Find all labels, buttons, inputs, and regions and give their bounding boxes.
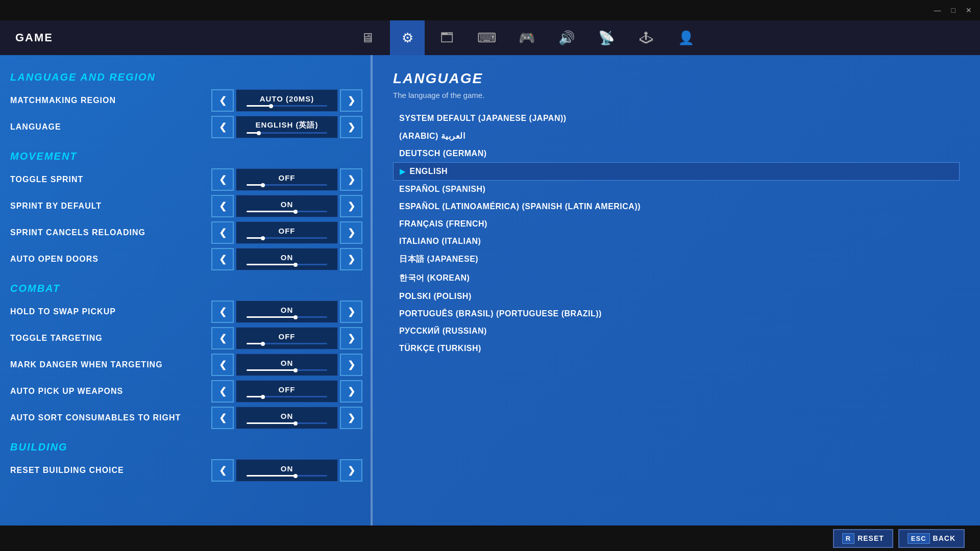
network-icon[interactable]: 📡 xyxy=(589,20,624,55)
gamepad2-icon[interactable]: 🕹 xyxy=(629,20,664,55)
language-item[interactable]: PORTUGUÊS (BRASIL) (PORTUGUESE (BRAZIL)) xyxy=(393,305,960,322)
ctrl-left-btn[interactable]: ❮ xyxy=(211,407,234,429)
settings-panel: LANGUAGE AND REGIONMATCHMAKING REGION❮AU… xyxy=(0,55,373,551)
ctrl-left-btn[interactable]: ❮ xyxy=(211,116,234,138)
language-item[interactable]: ▶ENGLISH xyxy=(393,162,960,181)
ctrl-slider-fill xyxy=(247,422,295,424)
ctrl-slider-track xyxy=(247,184,327,186)
bottom-bar: R RESET ESC BACK xyxy=(0,525,980,551)
language-item[interactable]: POLSKI (POLISH) xyxy=(393,288,960,305)
ctrl-right-btn[interactable]: ❯ xyxy=(340,300,362,323)
ctrl-right-btn[interactable]: ❯ xyxy=(340,168,362,191)
language-item[interactable]: ITALIANO (ITALIAN) xyxy=(393,233,960,250)
title-bar: — □ ✕ xyxy=(0,0,980,20)
language-item[interactable]: ESPAÑOL (SPANISH) xyxy=(393,181,960,198)
language-item-label: (ARABIC) العربية xyxy=(399,131,465,141)
nav-icons: 🖥⚙🗔⌨🎮🔊📡🕹👤 xyxy=(74,20,980,55)
ctrl-slider-track xyxy=(247,132,327,134)
ctrl-slider-track xyxy=(247,211,327,212)
setting-label: SPRINT BY DEFAULT xyxy=(10,202,211,211)
ctrl-value-box: OFF xyxy=(236,168,338,191)
ctrl-value-box: ON xyxy=(236,407,338,429)
ctrl-right-btn[interactable]: ❯ xyxy=(340,116,362,138)
ctrl-slider-fill xyxy=(247,396,263,397)
monitor-icon[interactable]: 🖥 xyxy=(350,20,385,55)
ctrl-value-text: ON xyxy=(281,253,293,262)
language-item[interactable]: РУССКИЙ (RUSSIAN) xyxy=(393,322,960,340)
ctrl-left-btn[interactable]: ❮ xyxy=(211,459,234,482)
setting-control: ❮OFF❯ xyxy=(211,380,362,403)
ctrl-left-btn[interactable]: ❮ xyxy=(211,380,234,403)
ctrl-right-btn[interactable]: ❯ xyxy=(340,380,362,403)
ctrl-right-btn[interactable]: ❯ xyxy=(340,195,362,217)
language-panel-subtitle: The language of the game. xyxy=(393,91,960,99)
ctrl-value-text: AUTO (20MS) xyxy=(260,94,314,103)
audio-icon[interactable]: 🔊 xyxy=(549,20,584,55)
ctrl-right-btn[interactable]: ❯ xyxy=(340,354,362,376)
ctrl-right-btn[interactable]: ❯ xyxy=(340,248,362,270)
reset-button[interactable]: R RESET xyxy=(833,529,893,548)
setting-control: ❮ON❯ xyxy=(211,459,362,482)
ctrl-slider-thumb xyxy=(269,104,273,108)
language-item[interactable]: 한국어 (KOREAN) xyxy=(393,269,960,288)
setting-label: RESET BUILDING CHOICE xyxy=(10,466,211,475)
ctrl-right-btn[interactable]: ❯ xyxy=(340,459,362,482)
ctrl-slider-fill xyxy=(247,343,263,344)
ctrl-value-box: OFF xyxy=(236,327,338,349)
display-icon[interactable]: 🗔 xyxy=(430,20,464,55)
setting-control: ❮ON❯ xyxy=(211,354,362,376)
ctrl-left-btn[interactable]: ❮ xyxy=(211,248,234,270)
setting-control: ❮OFF❯ xyxy=(211,221,362,244)
ctrl-value-box: OFF xyxy=(236,380,338,403)
setting-row: AUTO SORT CONSUMABLES TO RIGHT❮ON❯ xyxy=(0,405,373,431)
language-item[interactable]: ESPAÑOL (LATINOAMÉRICA) (SPANISH (LATIN … xyxy=(393,198,960,215)
controller-icon[interactable]: 🎮 xyxy=(509,20,544,55)
ctrl-slider-fill xyxy=(247,264,295,265)
ctrl-left-btn[interactable]: ❮ xyxy=(211,168,234,191)
language-item-label: FRANÇAIS (FRENCH) xyxy=(399,219,487,229)
ctrl-value-text: ON xyxy=(281,359,293,367)
ctrl-left-btn[interactable]: ❮ xyxy=(211,354,234,376)
user-icon[interactable]: 👤 xyxy=(669,20,703,55)
minimize-button[interactable]: — xyxy=(931,5,944,15)
page-title: GAME xyxy=(0,31,74,44)
language-item[interactable]: TÜRKÇE (TURKISH) xyxy=(393,340,960,357)
keyboard-icon[interactable]: ⌨ xyxy=(470,20,504,55)
language-item-label: 한국어 (KOREAN) xyxy=(399,273,470,284)
ctrl-left-btn[interactable]: ❮ xyxy=(211,300,234,323)
ctrl-left-btn[interactable]: ❮ xyxy=(211,327,234,349)
ctrl-slider-track xyxy=(247,343,327,344)
ctrl-value-box: ON xyxy=(236,459,338,482)
close-button[interactable]: ✕ xyxy=(963,5,975,15)
ctrl-left-btn[interactable]: ❮ xyxy=(211,195,234,217)
section-header-building: BUILDING xyxy=(0,435,373,457)
ctrl-slider-track xyxy=(247,422,327,424)
setting-row: AUTO OPEN DOORS❮ON❯ xyxy=(0,246,373,272)
ctrl-slider-thumb xyxy=(293,474,298,478)
ctrl-right-btn[interactable]: ❯ xyxy=(340,407,362,429)
section-header-language-region: LANGUAGE AND REGION xyxy=(0,65,373,87)
language-item[interactable]: 日本語 (JAPANESE) xyxy=(393,250,960,269)
ctrl-left-btn[interactable]: ❮ xyxy=(211,221,234,244)
ctrl-right-btn[interactable]: ❯ xyxy=(340,327,362,349)
ctrl-value-text: ON xyxy=(281,306,293,314)
language-item[interactable]: DEUTSCH (GERMAN) xyxy=(393,145,960,162)
language-item[interactable]: (ARABIC) العربية xyxy=(393,127,960,145)
ctrl-right-btn[interactable]: ❯ xyxy=(340,89,362,112)
maximize-button[interactable]: □ xyxy=(948,5,959,15)
ctrl-left-btn[interactable]: ❮ xyxy=(211,89,234,112)
language-item[interactable]: FRANÇAIS (FRENCH) xyxy=(393,215,960,233)
setting-label: SPRINT CANCELS RELOADING xyxy=(10,228,211,237)
gear-icon[interactable]: ⚙ xyxy=(390,20,425,55)
ctrl-value-text: ON xyxy=(281,412,293,420)
ctrl-value-text: OFF xyxy=(279,227,296,235)
language-item[interactable]: SYSTEM DEFAULT (JAPANESE (JAPAN)) xyxy=(393,110,960,127)
ctrl-value-text: OFF xyxy=(279,385,296,394)
ctrl-value-box: AUTO (20MS) xyxy=(236,89,338,112)
ctrl-value-box: ON xyxy=(236,195,338,217)
back-button[interactable]: ESC BACK xyxy=(898,529,965,548)
ctrl-right-btn[interactable]: ❯ xyxy=(340,221,362,244)
setting-row: SPRINT CANCELS RELOADING❮OFF❯ xyxy=(0,219,373,246)
setting-control: ❮ON❯ xyxy=(211,407,362,429)
setting-row: MATCHMAKING REGION❮AUTO (20MS)❯ xyxy=(0,87,373,114)
